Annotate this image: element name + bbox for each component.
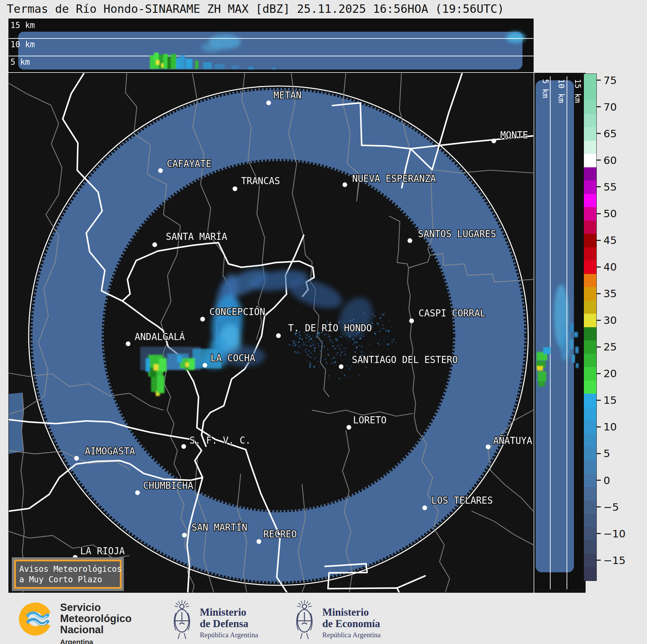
warning-notice-text: Avisos Meteorológicos a Muy Corto Plazo (14, 560, 122, 589)
colorbar-tick (597, 293, 601, 294)
colorbar-band (584, 527, 596, 541)
colorbar-band (584, 420, 596, 434)
colorbar-tick (597, 106, 601, 107)
city-marker (182, 533, 187, 537)
city-label: LOS TELARES (431, 495, 493, 506)
ew-label-15km: 15 km (10, 21, 35, 30)
colorbar-tick (597, 213, 601, 214)
smn-line1: Servicio (60, 602, 132, 613)
colorbar-tick-label: 25 (603, 341, 617, 353)
city-marker (491, 139, 496, 143)
city-marker (276, 333, 281, 338)
colorbar-band (584, 180, 596, 194)
colorbar-band (584, 487, 596, 501)
ns-label-5km: 5 km (541, 79, 550, 98)
colorbar-tick (597, 267, 601, 268)
city-label: SAN MARTÍN (192, 522, 247, 533)
warning-notice-box: Avisos Meteorológicos a Muy Corto Plazo (12, 557, 124, 591)
colorbar-band (584, 474, 596, 487)
colorbar-tick (597, 400, 601, 401)
city-marker (135, 490, 140, 495)
colorbar-band (584, 154, 596, 167)
smn-line2: Meteorológico (60, 613, 132, 624)
colorbar-band (584, 447, 596, 460)
city-label: LA COCHA (211, 353, 255, 363)
colorbar-tick (597, 133, 601, 134)
colorbar-tick-label: −5 (603, 501, 619, 513)
ns-cross-section-panel: 5 km 10 km 15 km (534, 73, 586, 593)
colorbar-tick-label: 55 (603, 181, 617, 193)
colorbar-band (584, 247, 596, 261)
city-marker (200, 317, 205, 321)
colorbar-tick-label: 30 (603, 314, 617, 326)
smn-logo-icon (19, 601, 55, 637)
colorbar-tick (597, 453, 601, 454)
city-marker (343, 183, 347, 187)
colorbar-band (584, 260, 596, 274)
ew-echo-band (18, 32, 522, 69)
radar-product-page: Termas de Río Hondo-SINARAME ZH MAX [dBZ… (0, 0, 647, 644)
city-marker (126, 341, 131, 346)
colorbar-band (584, 101, 596, 114)
city-label: MONTE Q (500, 130, 533, 140)
ns-cross-section: 5 km 10 km 15 km (535, 73, 585, 592)
city-marker (233, 187, 237, 191)
colorbar-tick (597, 80, 601, 81)
colorbar-tick-label: 40 (603, 261, 617, 273)
city-marker (181, 444, 186, 449)
city-label: METÁN (274, 89, 302, 101)
city-marker (486, 445, 490, 449)
colorbar-tick-label: 60 (603, 154, 617, 166)
defensa-line2: de Defensa (200, 618, 258, 629)
city-label: LORETO (353, 415, 386, 425)
colorbar-band (584, 301, 596, 314)
colorbar-band (584, 434, 596, 447)
colorbar-band (584, 407, 596, 421)
colorbar-tick (597, 186, 601, 187)
page-title: Termas de Río Hondo-SINARAME ZH MAX [dBZ… (7, 2, 504, 16)
colorbar-tick-label: 70 (603, 101, 617, 113)
ew-label-5km: 5 km (10, 57, 30, 67)
colorbar-band (584, 501, 596, 514)
notice-line2: a Muy Corto Plazo (19, 575, 102, 584)
notice-line1: Avisos Meteorológicos (19, 564, 122, 574)
colorbar-band (584, 567, 596, 581)
city-label: AÑATUYA (493, 435, 532, 446)
colorbar-tick-label: 10 (603, 421, 617, 433)
colorbar-band (584, 114, 596, 128)
city-label: CASPI CORRAL (419, 308, 485, 318)
colorbar-band (584, 540, 596, 554)
colorbar-band (584, 207, 596, 221)
city-marker (203, 363, 207, 368)
city-label: T. DE RÍO HONDO (288, 322, 372, 333)
economia-line1: Ministerio (322, 607, 381, 618)
ns-label-15km: 15 km (573, 79, 583, 103)
city-label: SANTOS LUGARES (418, 229, 496, 239)
city-label: RECREO (263, 529, 297, 539)
city-marker (257, 539, 261, 544)
ew-label-10km: 10 km (10, 40, 35, 49)
colorbar-band (584, 327, 596, 341)
city-label: SANTIAGO DEL ESTERO (352, 355, 458, 365)
city-label: NUEVA ESPERANZA (352, 173, 436, 184)
city-marker (266, 101, 271, 105)
colorbar-tick-label: −15 (603, 554, 625, 566)
colorbar-band (584, 234, 596, 247)
colorbar-tick (597, 240, 601, 241)
colorbar-band (584, 554, 596, 567)
colorbar-tick (597, 480, 601, 481)
colorbar-tick (597, 346, 601, 347)
colorbar-band (584, 367, 596, 381)
city-label: CHUMBICHA (143, 480, 193, 491)
colorbar-band (584, 274, 596, 287)
colorbar-band (584, 87, 596, 101)
colorbar-tick-label: 65 (603, 128, 617, 140)
colorbar-band (584, 354, 596, 367)
colorbar-band (584, 221, 596, 234)
colorbar-tick-label: 75 (603, 74, 617, 86)
colorbar-band (584, 314, 596, 327)
radar-map-panel: METÁNMONTE QCAFAYATETRANCASNUEVA ESPERAN… (8, 73, 534, 593)
colorbar-tick (597, 426, 601, 427)
city-label: CAFAYATE (167, 159, 211, 169)
dbz-colorbar-ticks: 757065605550454035302520151050−5−10−15 (597, 74, 647, 580)
